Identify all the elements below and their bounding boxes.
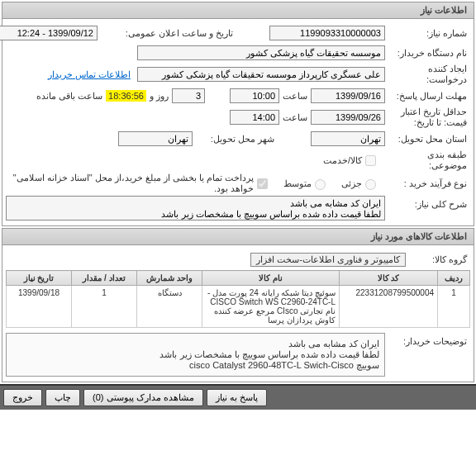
opt-mid-check: متوسط [283,177,328,190]
countdown-value: 18:36:56 [106,90,146,102]
summary-textarea [6,196,385,221]
rooz-label: روز و [146,91,172,102]
opt-mid-radio [315,179,326,190]
th-code: کد کالا [340,271,438,286]
deliver-pl-field [311,131,385,146]
need-no-field [269,26,385,40]
cell-name: سوئیچ دیتا شبکه رایانه 24 پورت مدل -CISC… [202,286,340,328]
reply-time-field [230,88,279,103]
goods-service-check: کالا/خدمت [323,153,378,168]
th-name: نام کالا [202,271,340,286]
cell-qty: 1 [72,286,137,328]
buyer-label: نام دستگاه خریدار: [385,48,470,59]
creator-field [137,67,385,82]
th-row: ردیف [438,271,470,286]
valid-date-field [311,110,385,125]
deliver-pl-label: استان محل تحویل: [385,134,470,145]
group-badge: کامپیوتر و فناوری اطلاعات-سخت افزار [250,253,406,267]
th-date: تاریخ نیاز [7,271,72,286]
buyer-desc-box: ایران کد مشابه می باشد لطفا قیمت داده شد… [6,333,385,377]
th-unit: واحد شمارش [137,271,202,286]
exit-button[interactable]: خروج [3,389,42,406]
cell-date: 1399/09/18 [7,286,72,328]
deliver-city-field [118,131,193,146]
buy-type-label: نوع فرآیند خرید : [385,178,470,189]
buyer-contact-link[interactable]: اطلاعات تماس خریدار [48,69,131,80]
goods-table: ردیف کد کالا نام کالا واحد شمارش تعداد /… [6,270,470,328]
cell-code: 22331208799500004 [340,286,438,328]
opt-pay-checkbox [257,178,268,189]
summary-label: شرح کلی نیاز: [385,196,470,210]
button-bar: خروج چاپ مشاهده مدارک پیوستی (0) پاسخ به… [0,384,476,410]
days-field [172,88,205,103]
reply-date-field [311,88,385,103]
table-row[interactable]: 1 22331208799500004 سوئیچ دیتا شبکه رایا… [7,286,470,328]
need-info-panel: اطلاعات نیاز شماره نیاز: تاریخ و ساعت اع… [2,2,474,226]
creator-label: ایجاد کننده درخواست: [385,64,470,85]
goods-checkbox [365,155,376,166]
valid-time-field [230,110,279,125]
saat-label-1: ساعت [279,91,311,102]
goods-info-header: اطلاعات کالاهای مورد نیاز [2,229,474,245]
opt-low-radio [365,179,376,190]
reply-button[interactable]: پاسخ به نیاز [207,389,267,406]
deliver-city-label: شهر محل تحویل: [193,134,278,145]
announce-label: تاریخ و ساعت اعلان عمومی: [98,28,236,39]
budget-label: طبقه بندی موضوعی: [385,149,470,171]
buyer-field [137,45,385,60]
reply-deadline-label: مهلت ارسال پاسخ: [385,91,470,102]
opt-low-check: جزئی [341,177,378,190]
opt-pay-check: پرداخت تمام یا بخشی از مبلغ خرید،از محل … [12,173,270,194]
valid-label: حداقل تاریخ اعتبار قیمت: تا تاریخ: [385,107,470,128]
saat-label-2: ساعت [279,112,311,123]
th-qty: تعداد / مقدار [72,271,137,286]
table-header-row: ردیف کد کالا نام کالا واحد شمارش تعداد /… [7,271,470,286]
attachments-button[interactable]: مشاهده مدارک پیوستی (0) [83,389,203,406]
remain-label: ساعت باقی مانده [33,91,106,102]
need-info-header: اطلاعات نیاز [2,2,474,19]
cell-unit: دستگاه [137,286,202,328]
buyer-desc-label: توضیحات خریدار: [385,333,470,347]
cell-row: 1 [438,286,470,328]
group-label: گروه کالا: [406,254,470,265]
announce-field [0,26,98,40]
goods-info-panel: اطلاعات کالاهای مورد نیاز گروه کالا: کام… [2,228,474,382]
need-no-label: شماره نیاز: [385,28,470,39]
print-button[interactable]: چاپ [45,389,80,406]
